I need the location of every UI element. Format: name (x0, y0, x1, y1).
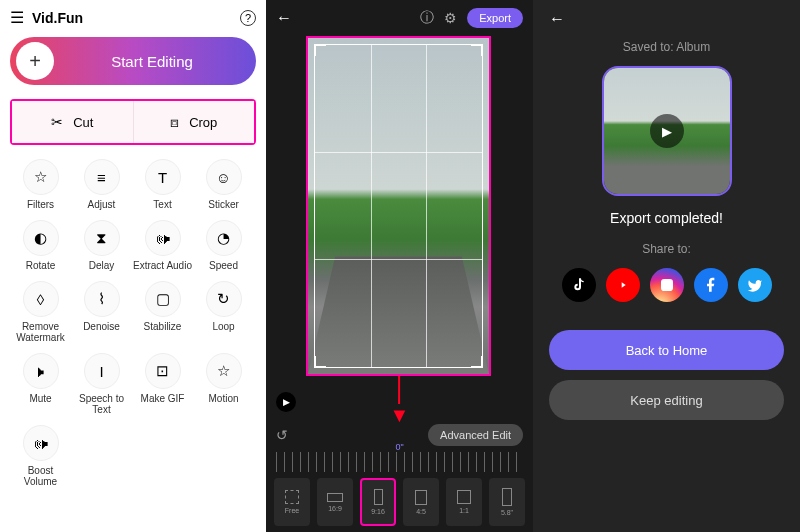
mute-icon: 🕨 (23, 353, 59, 389)
speed-icon: ◔ (206, 220, 242, 256)
ratio-1-1[interactable]: 1:1 (446, 478, 482, 526)
start-editing-button[interactable]: + Start Editing (10, 37, 256, 85)
tool-make-gif[interactable]: ⊡Make GIF (132, 353, 193, 415)
stabilize-icon: ▢ (145, 281, 181, 317)
video-thumbnail[interactable]: ▶ (602, 66, 732, 196)
tool-loop[interactable]: ↻Loop (193, 281, 254, 343)
ratio-4-5[interactable]: 4:5 (403, 478, 439, 526)
export-button[interactable]: Export (467, 8, 523, 28)
back-to-home-button[interactable]: Back to Home (549, 330, 784, 370)
svg-point-1 (664, 282, 669, 287)
aspect-ratio-row: Free 16:9 9:16 4:5 1:1 5.8" (266, 472, 533, 532)
editor-header: ← ⓘ ⚙ Export (266, 0, 533, 36)
adjust-icon: ≡ (84, 159, 120, 195)
crop-icon: ⧈ (170, 114, 179, 131)
plus-icon: + (16, 42, 54, 80)
keep-editing-button[interactable]: Keep editing (549, 380, 784, 420)
menu-icon[interactable]: ☰ (10, 8, 24, 27)
time-marker: 0" (395, 442, 403, 452)
motion-icon: ☆ (206, 353, 242, 389)
tool-speed[interactable]: ◔Speed (193, 220, 254, 271)
export-completed-label: Export completed! (610, 210, 723, 226)
sticker-icon: ☺ (206, 159, 242, 195)
saved-to-label: Saved to: Album (623, 40, 710, 54)
cut-label: Cut (73, 115, 93, 130)
back-icon[interactable]: ← (549, 10, 565, 28)
ratio-9-16[interactable]: 9:16 (360, 478, 396, 526)
crop-handle-tr[interactable] (471, 44, 483, 56)
scissors-icon: ✂ (51, 114, 63, 130)
denoise-icon: ⌇ (84, 281, 120, 317)
tool-delay[interactable]: ⧗Delay (71, 220, 132, 271)
tool-boost-volume[interactable]: 🕪Boost Volume (10, 425, 71, 487)
start-editing-label: Start Editing (54, 53, 250, 70)
tool-motion[interactable]: ☆Motion (193, 353, 254, 415)
ratio-16-9[interactable]: 16:9 (317, 478, 353, 526)
crop-selection[interactable] (306, 36, 491, 376)
gif-icon: ⊡ (145, 353, 181, 389)
tool-filters[interactable]: ☆Filters (10, 159, 71, 210)
share-row (562, 268, 772, 302)
text-icon: T (145, 159, 181, 195)
editor-panel: ← ⓘ ⚙ Export ▶ ▼ ↺ Advanced Edit 0" Free… (266, 0, 533, 532)
crop-label: Crop (189, 115, 217, 130)
advanced-edit-button[interactable]: Advanced Edit (428, 424, 523, 446)
extract-audio-icon: 🕪 (145, 220, 181, 256)
watermark-icon: ◊ (23, 281, 59, 317)
help-icon[interactable]: ? (240, 10, 256, 26)
crop-handle-br[interactable] (471, 356, 483, 368)
rotate-icon: ◐ (23, 220, 59, 256)
tool-remove-watermark[interactable]: ◊Remove Watermark (10, 281, 71, 343)
annotation-arrow: ▼ (390, 404, 410, 427)
video-preview[interactable] (266, 36, 533, 418)
tools-grid: ☆Filters ≡Adjust TText ☺Sticker ◐Rotate … (10, 159, 256, 487)
filters-icon: ☆ (23, 159, 59, 195)
cut-crop-row: ✂ Cut ⧈ Crop (10, 99, 256, 145)
reset-icon[interactable]: ↺ (276, 427, 288, 443)
boost-volume-icon: 🕪 (23, 425, 59, 461)
crop-handle-bl[interactable] (314, 356, 326, 368)
share-twitter[interactable] (738, 268, 772, 302)
tool-extract-audio[interactable]: 🕪Extract Audio (132, 220, 193, 271)
share-to-label: Share to: (642, 242, 691, 256)
timeline[interactable]: 0" (276, 452, 523, 472)
export-panel: ← Saved to: Album ▶ Export completed! Sh… (533, 0, 800, 532)
tool-mute[interactable]: 🕨Mute (10, 353, 71, 415)
timeline-ruler (276, 452, 523, 472)
crop-grid (314, 44, 483, 368)
tool-adjust[interactable]: ≡Adjust (71, 159, 132, 210)
help-icon[interactable]: ⓘ (420, 9, 434, 27)
tool-stabilize[interactable]: ▢Stabilize (132, 281, 193, 343)
share-tiktok[interactable] (562, 268, 596, 302)
tool-sticker[interactable]: ☺Sticker (193, 159, 254, 210)
tool-text[interactable]: TText (132, 159, 193, 210)
back-icon[interactable]: ← (276, 9, 292, 27)
ratio-5-8[interactable]: 5.8" (489, 478, 525, 526)
settings-icon[interactable]: ⚙ (444, 10, 457, 26)
play-button[interactable]: ▶ (276, 392, 296, 412)
tool-rotate[interactable]: ◐Rotate (10, 220, 71, 271)
loop-icon: ↻ (206, 281, 242, 317)
share-youtube[interactable] (606, 268, 640, 302)
delay-icon: ⧗ (84, 220, 120, 256)
tool-denoise[interactable]: ⌇Denoise (71, 281, 132, 343)
panel1-header: ☰ Vid.Fun ? (10, 8, 256, 27)
crop-handle-tl[interactable] (314, 44, 326, 56)
share-facebook[interactable] (694, 268, 728, 302)
app-title: Vid.Fun (32, 10, 232, 26)
share-instagram[interactable] (650, 268, 684, 302)
crop-button[interactable]: ⧈ Crop (133, 101, 255, 143)
ratio-free[interactable]: Free (274, 478, 310, 526)
speech-icon: I (84, 353, 120, 389)
tools-panel: ☰ Vid.Fun ? + Start Editing ✂ Cut ⧈ Crop… (0, 0, 266, 532)
cut-button[interactable]: ✂ Cut (12, 101, 133, 143)
play-icon[interactable]: ▶ (650, 114, 684, 148)
tool-speech-to-text[interactable]: ISpeech to Text (71, 353, 132, 415)
